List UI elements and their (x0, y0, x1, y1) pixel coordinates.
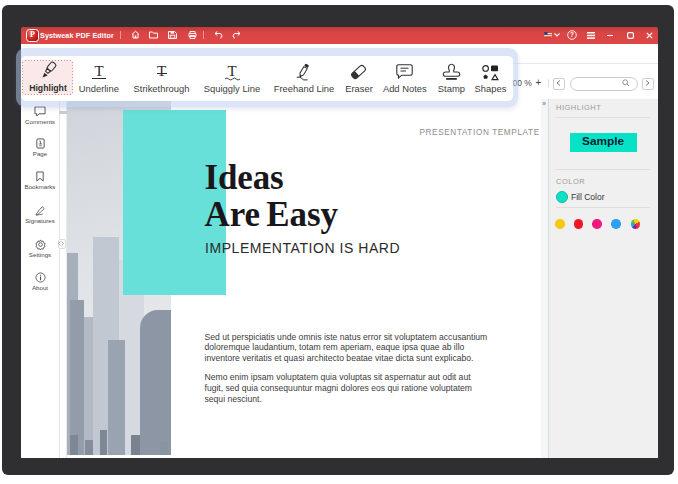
svg-text:?: ? (570, 31, 574, 38)
